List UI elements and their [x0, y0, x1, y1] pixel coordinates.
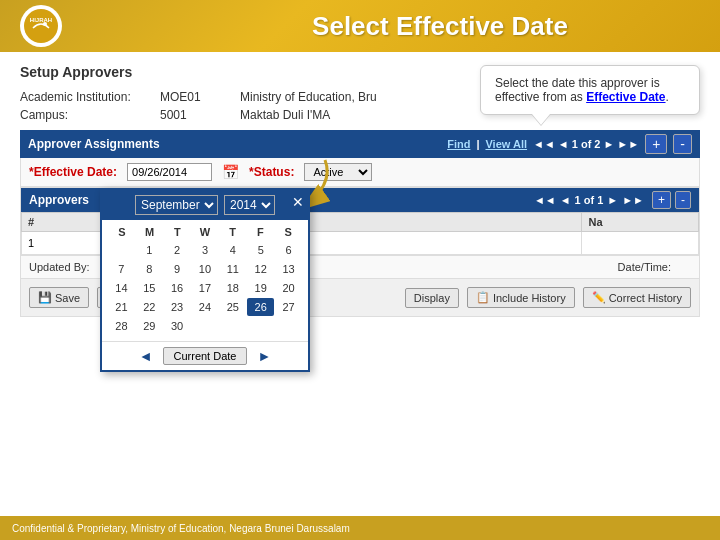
- calendar-day[interactable]: 24: [192, 298, 219, 316]
- year-select[interactable]: 2014 2015: [224, 195, 275, 215]
- calendar-day[interactable]: 2: [164, 241, 191, 259]
- col-num: #: [22, 213, 104, 232]
- logo-area: HIJRAH: [20, 5, 62, 47]
- approvers-nav-prev[interactable]: ◄: [560, 194, 571, 206]
- cal-prev-btn[interactable]: ◄: [139, 348, 153, 364]
- header: HIJRAH Select Effective Date: [0, 0, 720, 52]
- calendar-day[interactable]: 29: [136, 317, 163, 335]
- calendar-day[interactable]: 13: [275, 260, 302, 278]
- calendar-day[interactable]: 1: [136, 241, 163, 259]
- calendar-day[interactable]: 6: [275, 241, 302, 259]
- month-select[interactable]: September October: [135, 195, 218, 215]
- logo-icon: HIJRAH: [20, 5, 62, 47]
- current-date-btn[interactable]: Current Date: [163, 347, 248, 365]
- calendar-footer: ◄ Current Date ►: [102, 341, 308, 370]
- nav-page: 1 of 2: [572, 138, 601, 150]
- footer: Confidential & Proprietary, Ministry of …: [0, 516, 720, 540]
- panel-nav: ◄◄ ◄ 1 of 2 ► ►►: [533, 138, 639, 150]
- approvers-nav: ◄◄ ◄ 1 of 1 ► ►► + -: [534, 191, 691, 209]
- remove-assignment-btn[interactable]: -: [673, 134, 692, 154]
- calendar-day[interactable]: 5: [247, 241, 274, 259]
- eff-date-label: *Effective Date:: [29, 165, 117, 179]
- calendar-day[interactable]: 3: [192, 241, 219, 259]
- calendar-day[interactable]: 12: [247, 260, 274, 278]
- correct-icon: ✏️: [592, 291, 606, 304]
- include-history-button[interactable]: 📋 Include History: [467, 287, 575, 308]
- campus-label: Campus:: [20, 108, 160, 122]
- nav-prev[interactable]: ◄: [558, 138, 569, 150]
- history-icon: 📋: [476, 291, 490, 304]
- page-title: Select Effective Date: [180, 11, 700, 42]
- view-all-link[interactable]: View All: [485, 138, 527, 150]
- nav-first[interactable]: ◄◄: [533, 138, 555, 150]
- calendar-day[interactable]: 23: [164, 298, 191, 316]
- calendar-day[interactable]: 14: [108, 279, 135, 297]
- calendar-day[interactable]: 18: [219, 279, 246, 297]
- updated-by-label: Updated By:: [29, 261, 90, 273]
- calendar-day[interactable]: 9: [164, 260, 191, 278]
- row-name: [582, 232, 699, 255]
- nav-next[interactable]: ►: [603, 138, 614, 150]
- panel-controls: Find | View All ◄◄ ◄ 1 of 2 ► ►► + -: [447, 134, 692, 154]
- find-link[interactable]: Find: [447, 138, 470, 150]
- approvers-nav-page: 1 of 1: [575, 194, 604, 206]
- correct-history-button[interactable]: ✏️ Correct History: [583, 287, 691, 308]
- calendar-day: [219, 317, 246, 335]
- campus-code: 5001: [160, 108, 240, 122]
- add-assignment-btn[interactable]: +: [645, 134, 667, 154]
- calendar-day[interactable]: 28: [108, 317, 135, 335]
- approvers-nav-last[interactable]: ►►: [622, 194, 644, 206]
- calendar-day[interactable]: 26: [247, 298, 274, 316]
- calendar-day[interactable]: 27: [275, 298, 302, 316]
- calendar-day[interactable]: 30: [164, 317, 191, 335]
- svg-text:HIJRAH: HIJRAH: [30, 17, 52, 23]
- date-time-label: Date/Time:: [618, 261, 671, 273]
- calendar-day[interactable]: 22: [136, 298, 163, 316]
- calendar-day[interactable]: 11: [219, 260, 246, 278]
- calendar-close-btn[interactable]: ✕: [292, 194, 304, 210]
- calendar-popup: ✕ September October 2014 2015 S M T W T …: [100, 188, 310, 372]
- svg-point-0: [24, 9, 58, 43]
- calendar-day[interactable]: 15: [136, 279, 163, 297]
- calendar-day[interactable]: 4: [219, 241, 246, 259]
- col-name: Na: [582, 213, 699, 232]
- add-approver-btn[interactable]: +: [652, 191, 671, 209]
- academic-code: MOE01: [160, 90, 240, 104]
- calendar-day[interactable]: 19: [247, 279, 274, 297]
- calendar-header: ✕ September October 2014 2015: [102, 190, 308, 220]
- tooltip-bubble: Select the date this approver is effecti…: [480, 65, 700, 115]
- row-num: 1: [22, 232, 104, 255]
- save-icon: 💾: [38, 291, 52, 304]
- eff-date-input[interactable]: [127, 163, 212, 181]
- calendar-days: 1234567891011121314151617181920212223242…: [108, 241, 302, 335]
- calendar-open-btn[interactable]: 📅: [222, 164, 239, 180]
- approvers-nav-first[interactable]: ◄◄: [534, 194, 556, 206]
- calendar-grid: S M T W T F S 12345678910111213141516171…: [102, 220, 308, 341]
- cal-next-btn[interactable]: ►: [257, 348, 271, 364]
- calendar-day[interactable]: 8: [136, 260, 163, 278]
- calendar-day: [108, 241, 135, 259]
- approver-assignments-panel: Approver Assignments Find | View All ◄◄ …: [20, 130, 700, 158]
- calendar-day[interactable]: 16: [164, 279, 191, 297]
- remove-approver-btn[interactable]: -: [675, 191, 691, 209]
- display-button[interactable]: Display: [405, 288, 459, 308]
- approvers-title: Approvers: [29, 193, 89, 207]
- calendar-day[interactable]: 25: [219, 298, 246, 316]
- calendar-day: [192, 317, 219, 335]
- calendar-day[interactable]: 7: [108, 260, 135, 278]
- calendar-day: [275, 317, 302, 335]
- nav-last[interactable]: ►►: [617, 138, 639, 150]
- calendar-day-headers: S M T W T F S: [108, 226, 302, 238]
- save-button[interactable]: 💾 Save: [29, 287, 89, 308]
- tooltip-link: Effective Date: [586, 90, 665, 104]
- calendar-day: [247, 317, 274, 335]
- academic-label: Academic Institution:: [20, 90, 160, 104]
- calendar-day[interactable]: 21: [108, 298, 135, 316]
- calendar-day[interactable]: 17: [192, 279, 219, 297]
- approvers-nav-next[interactable]: ►: [607, 194, 618, 206]
- calendar-day[interactable]: 20: [275, 279, 302, 297]
- eff-date-row: *Effective Date: 📅 *Status: Active Inact…: [20, 158, 700, 187]
- tooltip-text: Select the date this approver is effecti…: [495, 76, 669, 104]
- approver-assignments-title: Approver Assignments: [28, 137, 160, 151]
- calendar-day[interactable]: 10: [192, 260, 219, 278]
